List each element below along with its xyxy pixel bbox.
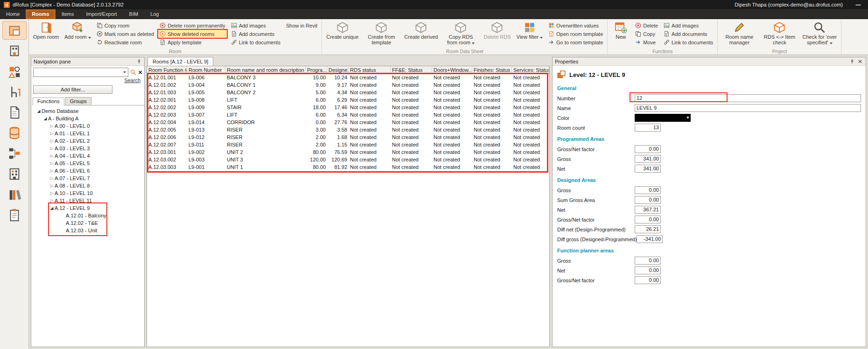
ribbon-tab[interactable]: BIM <box>123 9 145 19</box>
table-row[interactable]: A.12.03.001 L9-002 UNIT 2 80.00 76.59 No… <box>147 149 549 156</box>
tree-item[interactable]: A.12.02 - T&E <box>31 219 144 227</box>
tree-item[interactable]: A.10 - LEVEL 10 <box>31 189 144 197</box>
open-room-template-button[interactable]: Open room template <box>547 30 604 38</box>
tree-item[interactable]: A.00 - LEVEL 0 <box>31 122 144 130</box>
table-row[interactable]: A.12.03.002 L9-003 UNIT 3 120.00 120.69 … <box>147 156 549 164</box>
property-input[interactable]: 26.21 <box>635 225 661 233</box>
property-input[interactable]: 0.00 <box>635 196 661 204</box>
move-function-button[interactable]: Move <box>634 38 659 46</box>
tree-item[interactable]: A.06 - LEVEL 6 <box>31 167 144 174</box>
tree-expand-icon[interactable] <box>49 183 55 188</box>
tree-item[interactable]: A.02 - LEVEL 2 <box>31 137 144 145</box>
property-input[interactable]: 341.00 <box>635 155 661 163</box>
function-add-documents-button[interactable]: Add documents <box>662 30 714 38</box>
tree-item[interactable]: A.05 - LEVEL 5 <box>31 160 144 167</box>
tree-item[interactable]: A.07 - LEVEL 7 <box>31 174 144 182</box>
add-documents-button[interactable]: Add documents <box>230 30 282 38</box>
property-input[interactable]: -341.00 <box>637 235 663 243</box>
chevron-down-icon[interactable] <box>123 71 126 73</box>
reactivate-room-button[interactable]: Reactivate room <box>95 38 155 46</box>
table-row[interactable]: A.12.02.006 L9-012 RISER 2.00 1.68 Not c… <box>147 134 549 141</box>
tree-item[interactable]: A.12.03 - Unit <box>31 227 144 234</box>
tree-item[interactable]: A - Building A <box>31 115 144 122</box>
tree-item[interactable]: A.11 - LEVEL 11 <box>31 197 144 204</box>
column-header[interactable]: Room Number <box>187 66 225 74</box>
column-header[interactable]: Doors+Window... <box>432 66 472 74</box>
column-header[interactable]: Designe... <box>327 66 349 74</box>
property-input[interactable]: 0.00 <box>635 257 661 265</box>
property-input[interactable]: LEVEL 9 <box>635 104 861 112</box>
create-derived-button[interactable]: Create derived <box>403 21 439 41</box>
property-input[interactable]: 0.00 <box>635 276 661 284</box>
ribbon-tab[interactable]: Home <box>0 9 26 19</box>
module-workflow[interactable] <box>3 145 26 162</box>
table-row[interactable]: A.12.03.003 L9-001 UNIT 1 80.00 81.92 No… <box>147 164 549 171</box>
new-function-button[interactable]: New <box>610 21 631 41</box>
room-name-manager-button[interactable]: Room name manager <box>721 21 758 46</box>
table-row[interactable]: A.12.02.001 L9-008 LIFT 6.00 6.29 Not cr… <box>147 97 549 104</box>
delete-room-permanently-button[interactable]: Delete room permanently <box>158 21 227 29</box>
rds-item-check-button[interactable]: RDS <-> Item check <box>761 21 798 46</box>
property-input[interactable]: 367.21 <box>635 206 661 214</box>
tree-expand-icon[interactable] <box>49 176 55 181</box>
module-building[interactable] <box>3 42 26 60</box>
check-over-specified-button[interactable]: Check for 'over specified' <box>801 21 838 46</box>
rooms-document-tab[interactable]: Rooms [A.12 - LEVEL 9] <box>147 57 213 66</box>
table-row[interactable]: A.12.01.002 L9-004 BALCONY 1 9.00 9.17 N… <box>147 82 549 89</box>
module-items[interactable] <box>3 83 26 101</box>
module-rooms[interactable] <box>3 21 26 39</box>
module-models[interactable] <box>3 63 26 80</box>
column-header[interactable]: RDS status <box>349 66 391 74</box>
tree-item[interactable]: A.12.01 - Balcony <box>31 212 144 219</box>
tree-expand-icon[interactable] <box>49 146 55 151</box>
property-input[interactable]: 12 <box>635 94 861 102</box>
ribbon-tab[interactable]: Log <box>144 9 165 19</box>
property-input[interactable]: 0.00 <box>635 266 661 274</box>
tree-expand-icon[interactable] <box>49 198 55 203</box>
view-filter-button[interactable]: View filter <box>515 21 544 41</box>
show-in-revit-button[interactable]: Show in Revit <box>285 21 319 29</box>
add-images-button[interactable]: Add images <box>230 21 282 29</box>
module-levels[interactable] <box>3 165 26 183</box>
tree-expand-icon[interactable] <box>42 116 48 121</box>
show-deleted-rooms-button[interactable]: Show deleted rooms <box>158 30 227 38</box>
tree-expand-icon[interactable] <box>49 191 55 195</box>
close-icon[interactable]: ✕ <box>857 59 863 64</box>
tree-expand-icon[interactable] <box>49 131 55 136</box>
table-row[interactable]: A.12.01.001 L9-006 BALCONY 3 10.00 10.24… <box>147 74 549 82</box>
navigation-tab[interactable]: Groups <box>65 97 91 105</box>
ribbon-tab[interactable]: Items <box>56 9 80 19</box>
tree-item[interactable]: A.08 - LEVEL 8 <box>31 182 144 189</box>
clear-search-icon[interactable]: × <box>138 69 142 76</box>
property-input[interactable]: 341.00 <box>635 165 661 173</box>
column-header[interactable]: Room Function #: <box>147 66 187 74</box>
tree-item[interactable]: A.04 - LEVEL 4 <box>31 152 144 160</box>
property-input[interactable]: 0.00 <box>635 145 661 153</box>
ribbon-tab[interactable]: Import/Export <box>80 9 123 19</box>
module-database[interactable] <box>3 124 26 142</box>
table-row[interactable]: A.12.02.007 L9-011 RISER 2.00 1.15 Not c… <box>147 141 549 149</box>
property-input[interactable]: 0.00 <box>635 216 661 223</box>
add-room-button[interactable]: Add room <box>63 21 92 41</box>
overwritten-values-button[interactable]: Overwritten values <box>547 21 604 29</box>
table-row[interactable]: A.12.02.005 L9-013 RISER 3.00 3.58 Not c… <box>147 126 549 134</box>
tree-expand-icon[interactable] <box>49 168 55 173</box>
property-input[interactable] <box>635 114 691 122</box>
minimize-button[interactable]: — <box>852 2 864 7</box>
delete-function-button[interactable]: Delete <box>634 21 659 29</box>
navigation-tab[interactable]: Functions <box>33 98 64 105</box>
copy-room-button[interactable]: Copy room <box>95 21 155 29</box>
link-to-documents-button[interactable]: Link to documents <box>230 38 282 46</box>
search-icon[interactable] <box>130 69 136 76</box>
tree-expand-icon[interactable] <box>49 206 55 210</box>
go-to-room-template-button[interactable]: Go to room template <box>547 38 604 46</box>
tree-item[interactable]: A.12 - LEVEL 9 <box>31 204 144 212</box>
tree-expand-icon[interactable] <box>49 124 55 128</box>
table-row[interactable]: A.12.01.003 L9-005 BALCONY 2 5.00 4.34 N… <box>147 89 549 97</box>
tree-item[interactable]: Demo Database <box>31 107 144 115</box>
search-link[interactable]: Search <box>124 77 140 83</box>
column-header[interactable]: FF&E: Status <box>391 66 432 74</box>
apply-template-button[interactable]: Apply template <box>158 38 227 46</box>
tree-expand-icon[interactable] <box>36 109 42 113</box>
search-input[interactable] <box>35 70 120 75</box>
